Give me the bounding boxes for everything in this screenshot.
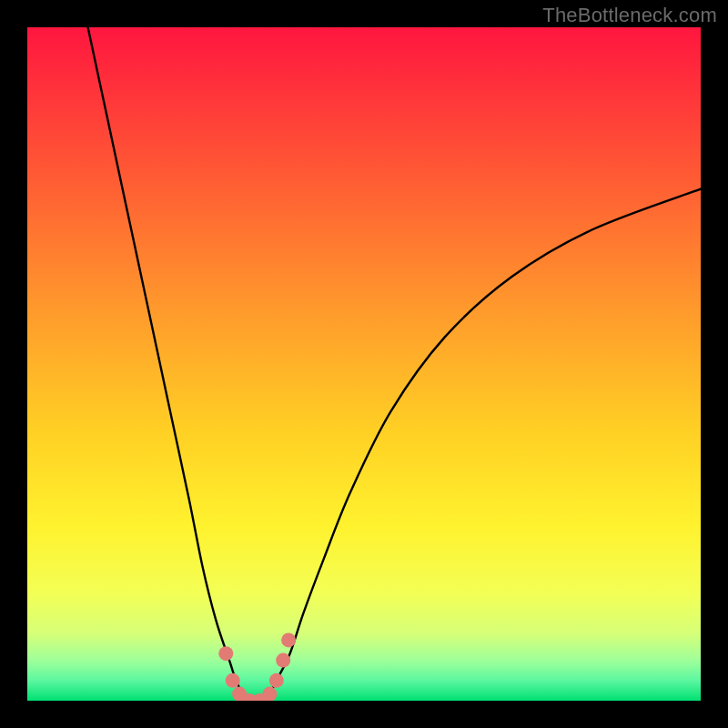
curve-layer [27,27,701,701]
marker-dot [262,687,277,701]
watermark-text: TheBottleneck.com [542,4,717,27]
marker-dot [226,673,240,688]
marker-dot [269,673,284,688]
marker-dot [281,632,296,647]
plot-area [27,27,701,701]
bottleneck-curve [88,27,701,701]
chart-frame: TheBottleneck.com [0,0,728,728]
bottom-markers [218,632,296,701]
marker-dot [218,646,233,661]
marker-dot [276,653,290,668]
